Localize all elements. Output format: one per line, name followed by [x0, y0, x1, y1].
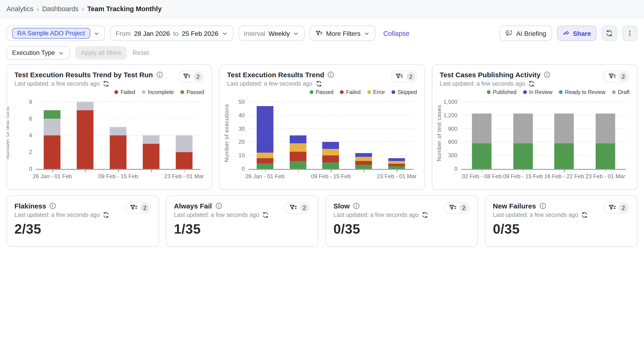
stacked-bar[interactable]: [290, 102, 306, 169]
legend-item[interactable]: Incomplete: [142, 88, 174, 95]
bar-segment-error[interactable]: [388, 161, 405, 164]
bar-segment-incomplete[interactable]: [77, 102, 94, 110]
stacked-bar[interactable]: [554, 102, 574, 169]
share-button[interactable]: Share: [557, 26, 596, 41]
legend-item[interactable]: In Review: [523, 88, 552, 95]
bar-segment-failed[interactable]: [176, 152, 192, 169]
widget-filter-badge[interactable]: 2: [284, 202, 311, 214]
stacked-bar[interactable]: [143, 102, 160, 169]
bar-segment-failed[interactable]: [356, 161, 372, 165]
legend-item[interactable]: Passed: [180, 88, 204, 95]
bar-segment-passed[interactable]: [322, 162, 339, 169]
execution-type-select[interactable]: Execution Type: [6, 46, 70, 60]
stacked-bar[interactable]: [513, 102, 533, 169]
bar-segment-incomplete[interactable]: [44, 119, 61, 135]
legend-item[interactable]: Passed: [310, 88, 334, 95]
interval-select[interactable]: Interval Weekly: [238, 26, 304, 41]
bar-segment-draft[interactable]: [513, 114, 533, 143]
bar-segment-failed[interactable]: [322, 155, 339, 162]
widget-filter-badge[interactable]: 2: [391, 71, 417, 82]
bar-segment-error[interactable]: [257, 153, 274, 158]
refresh-widget-icon[interactable]: [262, 212, 269, 218]
bar-segment-skipped[interactable]: [257, 106, 274, 153]
legend-item[interactable]: Failed: [340, 88, 360, 95]
stacked-bar[interactable]: [176, 102, 192, 169]
bar-segment-skipped[interactable]: [322, 142, 339, 149]
more-filters-button[interactable]: More Filters: [310, 26, 375, 41]
stacked-bar[interactable]: [44, 102, 61, 169]
bar-segment-skipped[interactable]: [356, 153, 372, 157]
refresh-widget-icon[interactable]: [582, 212, 588, 218]
legend-item[interactable]: Draft: [612, 88, 630, 95]
info-icon[interactable]: [328, 71, 334, 78]
widget-filter-badge[interactable]: 2: [444, 202, 470, 214]
bar-segment-published[interactable]: [472, 144, 492, 169]
bar-segment-published[interactable]: [513, 144, 533, 169]
bar-segment-published[interactable]: [554, 144, 574, 169]
legend-item[interactable]: Skipped: [392, 88, 417, 95]
refresh-widget-icon[interactable]: [316, 81, 322, 87]
refresh-widget-icon[interactable]: [528, 81, 535, 87]
bar-segment-failed[interactable]: [110, 135, 126, 169]
bar-segment-passed[interactable]: [44, 110, 61, 119]
collapse-link[interactable]: Collapse: [383, 30, 410, 37]
bar-segment-failed[interactable]: [77, 110, 94, 169]
refresh-widget-icon[interactable]: [103, 212, 110, 218]
widget-filter-badge[interactable]: 2: [125, 202, 151, 214]
more-options-button[interactable]: [622, 26, 638, 41]
apply-all-filters-button[interactable]: Apply all filters: [75, 46, 127, 60]
bar-segment-draft[interactable]: [554, 114, 574, 143]
breadcrumb-analytics[interactable]: Analytics: [6, 5, 34, 12]
info-icon[interactable]: [544, 71, 551, 78]
refresh-dashboard-button[interactable]: [602, 26, 617, 41]
refresh-widget-icon[interactable]: [103, 81, 110, 87]
bar-segment-passed[interactable]: [388, 166, 405, 169]
bar-segment-incomplete[interactable]: [176, 135, 192, 152]
bar-segment-incomplete[interactable]: [143, 135, 160, 144]
stacked-bar[interactable]: [356, 102, 372, 169]
stacked-bar[interactable]: [257, 102, 274, 169]
stacked-bar[interactable]: [77, 102, 94, 169]
bar-segment-failed[interactable]: [388, 164, 405, 166]
bar-segment-failed[interactable]: [143, 144, 160, 169]
bar-segment-passed[interactable]: [356, 165, 372, 169]
info-icon[interactable]: [50, 202, 56, 209]
legend-item[interactable]: Ready to Review: [559, 88, 606, 95]
bar-segment-published[interactable]: [596, 144, 615, 169]
bar-segment-skipped[interactable]: [290, 135, 306, 144]
widget-filter-badge[interactable]: 2: [603, 71, 630, 82]
project-pill[interactable]: RA Sample ADO Project: [12, 28, 90, 39]
info-icon[interactable]: [156, 71, 163, 78]
stacked-bar[interactable]: [110, 102, 126, 169]
breadcrumb-dashboards[interactable]: Dashboards: [42, 5, 78, 12]
stacked-bar[interactable]: [472, 102, 492, 169]
bar-segment-draft[interactable]: [472, 114, 492, 143]
bar-segment-error[interactable]: [356, 157, 372, 161]
stacked-bar[interactable]: [322, 102, 339, 169]
refresh-widget-icon[interactable]: [422, 212, 428, 218]
info-icon[interactable]: [353, 202, 360, 209]
bar-segment-failed[interactable]: [44, 135, 61, 169]
bar-segment-failed[interactable]: [257, 158, 274, 164]
bar-segment-incomplete[interactable]: [110, 127, 126, 135]
stacked-bar[interactable]: [596, 102, 615, 169]
bar-segment-error[interactable]: [322, 149, 339, 156]
info-icon[interactable]: [215, 202, 222, 209]
legend-item[interactable]: Published: [487, 88, 516, 95]
ai-briefing-button[interactable]: AI Briefing: [500, 26, 552, 41]
reset-filters-link[interactable]: Reset: [132, 49, 149, 56]
project-select[interactable]: RA Sample ADO Project: [6, 26, 105, 41]
widget-filter-badge[interactable]: 2: [178, 71, 204, 82]
bar-segment-passed[interactable]: [257, 164, 274, 169]
info-icon[interactable]: [539, 202, 546, 209]
bar-segment-error[interactable]: [290, 144, 306, 152]
bar-segment-draft[interactable]: [596, 114, 615, 143]
legend-item[interactable]: Error: [367, 88, 385, 95]
bar-segment-failed[interactable]: [290, 151, 306, 161]
bar-segment-skipped[interactable]: [388, 158, 405, 161]
legend-item[interactable]: Failed: [114, 88, 135, 95]
widget-filter-badge[interactable]: 2: [604, 202, 630, 214]
stacked-bar[interactable]: [388, 102, 405, 169]
date-range-select[interactable]: From 28 Jan 2026 to 25 Feb 2026: [110, 26, 233, 41]
bar-segment-passed[interactable]: [290, 161, 306, 169]
